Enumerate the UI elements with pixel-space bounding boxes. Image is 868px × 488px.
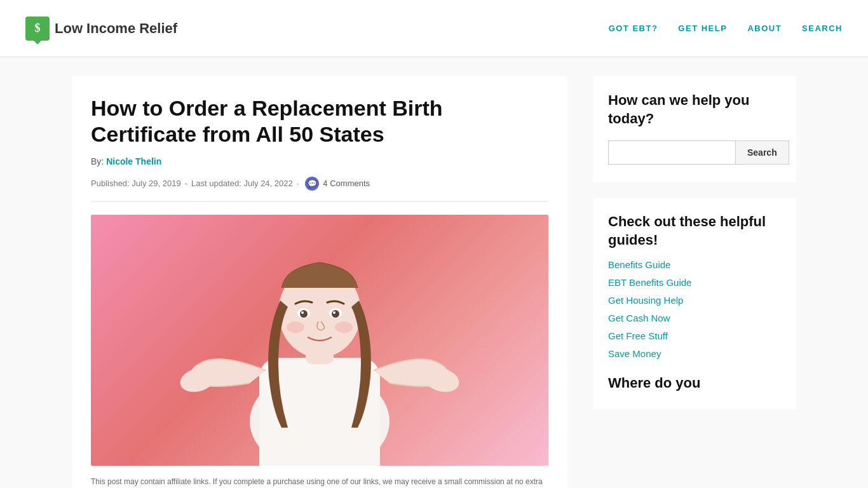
guide-link-save-money[interactable]: Save Money (608, 348, 661, 359)
guide-item-free-stuff: Get Free Stuff (608, 330, 781, 342)
guide-links-list: Benefits Guide EBT Benefits Guide Get Ho… (608, 259, 781, 360)
nav-search[interactable]: SEARCH (802, 24, 843, 33)
guide-item-housing: Get Housing Help (608, 295, 781, 306)
guide-item-save-money: Save Money (608, 348, 781, 360)
site-main: How to Order a Replacement Birth Certifi… (59, 57, 809, 488)
featured-image (91, 215, 548, 466)
article-byline: By: Nicole Thelin (91, 156, 548, 166)
author-link[interactable]: Nicole Thelin (106, 156, 161, 166)
main-nav: GOT EBT? GET HELP ABOUT SEARCH (609, 24, 843, 33)
guide-item-cash: Get Cash Now (608, 313, 781, 324)
article-meta: Published: July 29, 2019 - Last updated:… (91, 177, 548, 202)
search-button[interactable]: Search (735, 140, 789, 165)
woman-svg (161, 218, 478, 466)
guide-link-cash[interactable]: Get Cash Now (608, 313, 670, 323)
comments-link[interactable]: 4 Comments (323, 179, 370, 188)
site-header: $ Low Income Relief GOT EBT? GET HELP AB… (0, 0, 868, 57)
nav-got-ebt[interactable]: GOT EBT? (609, 24, 658, 33)
search-input[interactable] (608, 140, 735, 165)
article-caption: This post may contain affiliate links. I… (91, 476, 548, 488)
svg-point-10 (332, 310, 339, 318)
byline-prefix: By: (91, 156, 106, 166)
logo-icon: $ (25, 17, 50, 41)
search-widget-title: How can we help you today? (608, 92, 781, 128)
guides-widget: Check out these helpful guides! Benefits… (593, 198, 796, 409)
logo-text: Low Income Relief (55, 20, 177, 37)
logo-dollar: $ (35, 22, 41, 35)
article-content: How to Order a Replacement Birth Certifi… (72, 76, 567, 488)
svg-point-12 (287, 322, 304, 333)
meta-dot: · (297, 179, 299, 188)
site-logo[interactable]: $ Low Income Relief (25, 17, 177, 41)
svg-point-7 (300, 310, 308, 318)
svg-point-11 (333, 311, 336, 314)
nav-get-help[interactable]: GET HELP (678, 24, 727, 33)
nav-about[interactable]: ABOUT (747, 24, 782, 33)
svg-point-13 (335, 322, 353, 333)
guides-widget-title: Check out these helpful guides! (608, 213, 781, 249)
guide-item-ebt: EBT Benefits Guide (608, 277, 781, 288)
published-date: Published: July 29, 2019 (91, 179, 181, 188)
article-title: How to Order a Replacement Birth Certifi… (91, 95, 548, 147)
caption-text: This post may contain affiliate links. I… (91, 477, 543, 488)
meta-separator: - (185, 179, 187, 188)
updated-date: Last updated: July 24, 2022 (191, 179, 293, 188)
comment-bubble-icon: 💬 (305, 177, 319, 191)
guide-link-free-stuff[interactable]: Get Free Stuff (608, 330, 668, 341)
sidebar: How can we help you today? Search Check … (593, 76, 796, 488)
guide-item-benefits: Benefits Guide (608, 259, 781, 271)
svg-point-8 (301, 311, 304, 314)
bottom-widget-title: Where do you (608, 375, 781, 391)
search-form: Search (608, 140, 781, 165)
guide-link-housing[interactable]: Get Housing Help (608, 295, 683, 306)
search-widget: How can we help you today? Search (593, 76, 796, 182)
guide-link-benefits[interactable]: Benefits Guide (608, 259, 670, 270)
guide-link-ebt[interactable]: EBT Benefits Guide (608, 277, 691, 288)
